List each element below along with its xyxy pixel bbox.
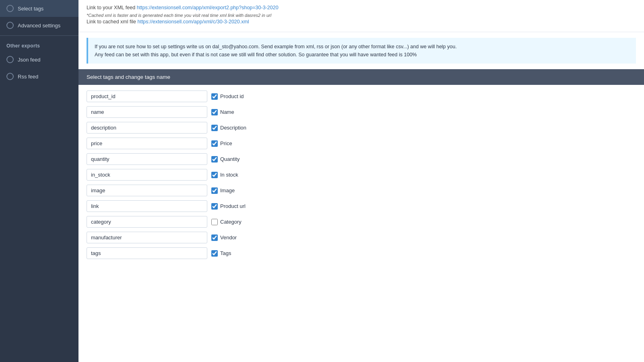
tag-label-link[interactable]: Product url <box>211 203 246 210</box>
other-exports-label: Other exports <box>0 37 78 51</box>
tag-input-image[interactable] <box>87 185 207 196</box>
tag-label-text-tags: Tags <box>220 250 231 256</box>
sidebar-item-select-tags[interactable]: Select tags <box>0 0 78 17</box>
xml-link-label: Link to your XML feed <box>87 5 135 10</box>
xml-link-row: Link to your XML feed https://extensions… <box>87 5 636 10</box>
tag-label-text-image: Image <box>220 187 235 193</box>
sidebar-item-label-advanced-settings: Advanced settings <box>18 23 60 29</box>
tag-label-text-link: Product url <box>220 203 246 209</box>
tag-checkbox-category[interactable] <box>211 219 218 225</box>
tag-label-price[interactable]: Price <box>211 140 232 147</box>
tag-input-description[interactable] <box>87 122 207 134</box>
circle-icon-advanced-settings <box>6 22 14 29</box>
tag-label-text-description: Description <box>220 125 246 131</box>
tag-row: Quantity <box>87 153 636 165</box>
tag-input-product_id[interactable] <box>87 90 207 102</box>
tag-row: Vendor <box>87 232 636 243</box>
tag-label-in_stock[interactable]: In stock <box>211 172 238 178</box>
tag-label-manufacturer[interactable]: Vendor <box>211 234 237 241</box>
tag-row: Name <box>87 106 636 118</box>
cache-note: *Cached xml is faster and is generated e… <box>87 13 636 18</box>
tag-row: Category <box>87 216 636 228</box>
info-box: If you are not sure how to set up settin… <box>87 38 636 64</box>
tag-input-category[interactable] <box>87 216 207 228</box>
tag-label-product_id[interactable]: Product id <box>211 93 244 100</box>
sidebar: Select tags Advanced settings Other expo… <box>0 0 78 362</box>
tag-label-category[interactable]: Category <box>211 219 242 225</box>
xml-link[interactable]: https://extensionsell.com/app/xml/export… <box>137 5 279 10</box>
sidebar-item-rss-feed[interactable]: Rss feed <box>0 68 78 85</box>
tags-form: Product idNameDescriptionPriceQuantityIn… <box>78 85 644 269</box>
tag-row: Product url <box>87 200 636 212</box>
tag-checkbox-tags[interactable] <box>211 250 218 257</box>
tag-row: Price <box>87 138 636 149</box>
tag-row: In stock <box>87 169 636 181</box>
tag-input-price[interactable] <box>87 138 207 149</box>
circle-icon-select-tags <box>6 5 14 12</box>
tag-label-text-category: Category <box>220 219 242 225</box>
tag-input-in_stock[interactable] <box>87 169 207 181</box>
tag-input-manufacturer[interactable] <box>87 232 207 243</box>
circle-icon-rss-feed <box>6 73 14 80</box>
sidebar-divider <box>0 35 78 36</box>
tag-input-name[interactable] <box>87 106 207 118</box>
sidebar-item-json-feed[interactable]: Json feed <box>0 51 78 68</box>
tag-checkbox-price[interactable] <box>211 140 218 147</box>
tag-input-quantity[interactable] <box>87 153 207 165</box>
cached-link-row: Link to cached xml file https://extensio… <box>87 19 636 25</box>
tag-row: Description <box>87 122 636 134</box>
tag-label-text-name: Name <box>220 109 234 115</box>
tag-row: Image <box>87 185 636 196</box>
tag-label-tags[interactable]: Tags <box>211 250 231 257</box>
tag-checkbox-description[interactable] <box>211 125 218 131</box>
tag-label-text-price: Price <box>220 140 232 146</box>
tag-checkbox-name[interactable] <box>211 109 218 115</box>
tag-label-name[interactable]: Name <box>211 109 234 115</box>
tag-checkbox-in_stock[interactable] <box>211 172 218 178</box>
circle-icon-json-feed <box>6 56 14 63</box>
cached-link[interactable]: https://extensionsell.com/app/xml/c/30-3… <box>137 19 249 25</box>
tag-label-text-manufacturer: Vendor <box>220 234 237 241</box>
sidebar-item-label-json-feed: Json feed <box>18 57 40 63</box>
tag-checkbox-manufacturer[interactable] <box>211 234 218 241</box>
tag-label-text-product_id: Product id <box>220 93 244 99</box>
tag-row: Tags <box>87 247 636 259</box>
tag-label-text-quantity: Quantity <box>220 156 239 162</box>
main-content: Link to your XML feed https://extensions… <box>78 0 644 362</box>
tag-checkbox-link[interactable] <box>211 203 218 210</box>
tag-checkbox-quantity[interactable] <box>211 156 218 162</box>
sidebar-item-label-rss-feed: Rss feed <box>18 74 38 80</box>
sidebar-item-advanced-settings[interactable]: Advanced settings <box>0 17 78 34</box>
info-line1: If you are not sure how to set up settin… <box>95 43 630 51</box>
tag-row: Product id <box>87 90 636 102</box>
tag-input-link[interactable] <box>87 200 207 212</box>
tag-label-text-in_stock: In stock <box>220 172 238 178</box>
tag-label-description[interactable]: Description <box>211 125 246 131</box>
info-line2: Any feed can be set with this app, but e… <box>95 51 630 59</box>
cached-link-label: Link to cached xml file <box>87 19 136 25</box>
section-header: Select tags and change tags name <box>78 69 644 85</box>
xml-links-section: Link to your XML feed https://extensions… <box>78 0 644 32</box>
tag-checkbox-product_id[interactable] <box>211 93 218 100</box>
sidebar-item-label-select-tags: Select tags <box>18 6 43 12</box>
tag-input-tags[interactable] <box>87 247 207 259</box>
tag-label-image[interactable]: Image <box>211 187 235 194</box>
tag-label-quantity[interactable]: Quantity <box>211 156 239 162</box>
tag-checkbox-image[interactable] <box>211 187 218 194</box>
